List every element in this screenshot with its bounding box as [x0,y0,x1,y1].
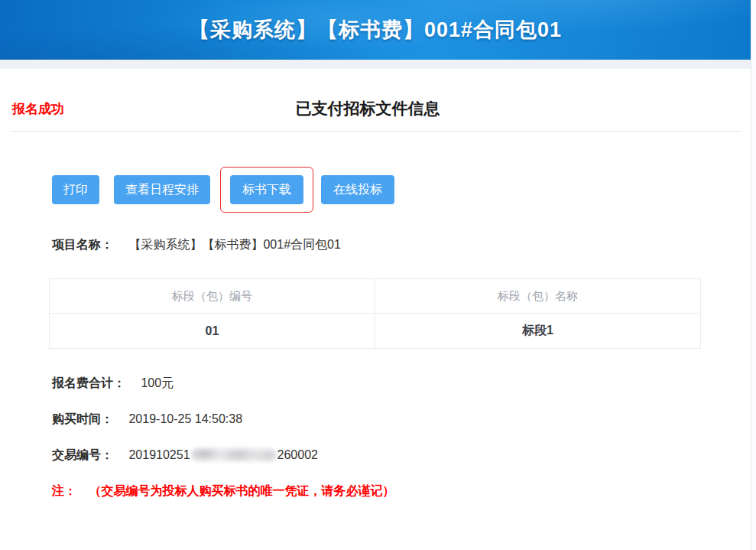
fee-total-label: 报名费合计： [52,376,125,389]
note-label: 注： [52,484,76,497]
bid-download-button[interactable]: 标书下载 [230,175,303,204]
project-name-value: 【采购系统】【标书费】001#合同包01 [128,238,340,251]
note-text: （交易编号为投标人购买标书的唯一凭证，请务必谨记） [89,484,394,497]
package-name-cell: 标段1 [375,314,701,349]
purchase-time-value: 2019-10-25 14:50:38 [128,412,242,425]
purchase-time-row: 购买时间： 2019-10-25 14:50:38 [52,412,242,428]
column-header-package-name: 标段（包）名称 [375,279,701,314]
transaction-number-prefix: 201910251 [128,448,190,461]
header-banner: 【采购系统】【标书费】001#合同包01 [0,0,751,60]
banner-underlay-band [0,60,751,69]
table-row: 01 标段1 [50,314,701,349]
online-bid-button[interactable]: 在线投标 [321,175,394,204]
column-header-package-code: 标段（包）编号 [50,279,375,314]
note-row: 注： （交易编号为投标人购买标书的唯一凭证，请务必谨记） [52,483,394,500]
package-code-cell: 01 [50,314,375,349]
page-title: 已支付招标文件信息 [0,98,735,119]
download-highlight-box: 标书下载 [220,167,313,213]
redacted-area [191,447,277,462]
fee-total-row: 报名费合计： 100元 [52,376,174,392]
banner-title: 【采购系统】【标书费】001#合同包01 [189,16,562,44]
view-schedule-button[interactable]: 查看日程安排 [114,175,210,204]
package-table: 标段（包）编号 标段（包）名称 01 标段1 [49,278,701,349]
toolbar: 打印 查看日程安排 标书下载 在线投标 [52,166,394,213]
transaction-number-suffix: 260002 [277,448,318,461]
purchase-time-label: 购买时间： [52,412,113,425]
transaction-number-row: 交易编号： 201910251260002 [52,447,318,464]
table-header-row: 标段（包）编号 标段（包）名称 [50,279,701,314]
print-button[interactable]: 打印 [52,175,99,204]
transaction-number-value: 201910251260002 [128,448,317,461]
scrollbar-track[interactable] [751,0,756,550]
project-name-label: 项目名称： [52,238,113,251]
fee-total-value: 100元 [141,376,174,389]
project-name-row: 项目名称： 【采购系统】【标书费】001#合同包01 [52,237,341,253]
transaction-number-label: 交易编号： [52,448,113,461]
title-divider [11,131,742,132]
page-root: 【采购系统】【标书费】001#合同包01 报名成功 已支付招标文件信息 打印 查… [0,0,756,550]
